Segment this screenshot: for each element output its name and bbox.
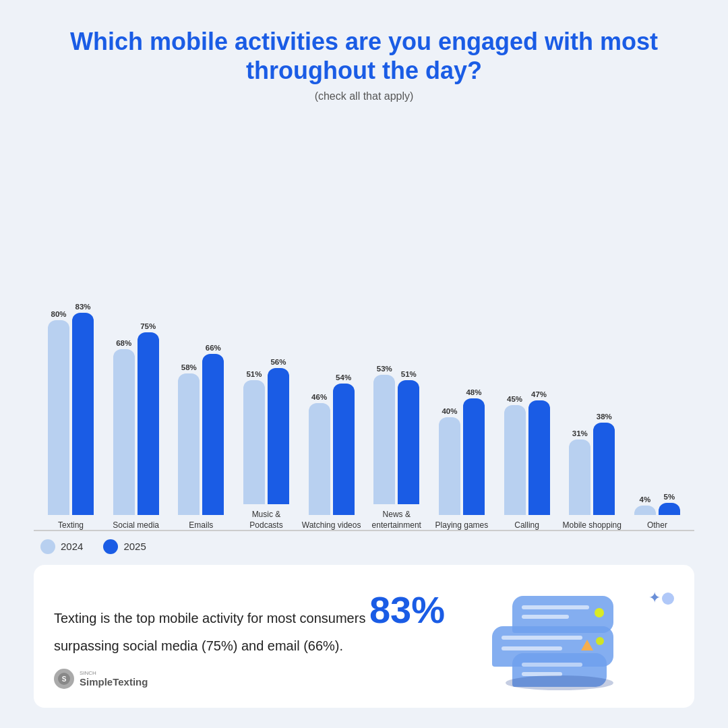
- bar-wrapper-2025-7: 47%: [528, 390, 550, 515]
- bar-group-3: 51% 56% Music & Podcasts: [236, 358, 297, 530]
- bar-wrapper-2024-3: 51%: [243, 370, 265, 504]
- bar-wrapper-2025-6: 48%: [463, 388, 485, 515]
- chart-title: Which mobile activities are you engaged …: [34, 27, 694, 85]
- bar-wrapper-2025-9: 5%: [659, 493, 680, 515]
- bar-label-2025-5: 51%: [401, 370, 417, 378]
- bars-pair-5: 53% 51%: [373, 365, 419, 504]
- bar-label-2025-3: 56%: [270, 358, 286, 366]
- bars-pair-8: 31% 38%: [569, 413, 615, 515]
- triangle: [581, 640, 593, 650]
- bar-wrapper-2024-7: 45%: [504, 395, 526, 515]
- bar-wrapper-2024-4: 46%: [309, 393, 330, 515]
- bar-wrapper-2024-6: 40%: [439, 407, 460, 515]
- circle-decoration: [662, 593, 674, 605]
- bars-pair-6: 40% 48%: [439, 388, 485, 515]
- bar-2024-5: [373, 375, 395, 504]
- bar-label-2024-0: 80%: [51, 310, 66, 318]
- bar-2025-6: [463, 398, 485, 515]
- bar-label-2025-0: 83%: [75, 303, 90, 311]
- bubble-line: [522, 605, 589, 609]
- bubble-line2: [522, 615, 569, 619]
- bar-group-6: 40% 48% Playing games: [431, 388, 492, 531]
- bar-group-0: 80% 83% Texting: [40, 303, 101, 531]
- bar-wrapper-2025-4: 54%: [333, 373, 355, 515]
- bars-pair-4: 46% 54%: [309, 373, 355, 515]
- bar-group-1: 68% 75% Social media: [106, 322, 166, 531]
- bar-2025-3: [268, 368, 289, 504]
- bar-label-2025-1: 75%: [140, 322, 156, 330]
- bar-label-2024-7: 45%: [507, 395, 522, 403]
- logo-sinch: SINCH: [80, 670, 148, 676]
- chart-area: 80% 83% Texting 68% 75% S: [34, 116, 694, 530]
- bar-label-2024-2: 58%: [181, 363, 197, 371]
- bar-2024-1: [113, 349, 135, 515]
- bar-group-9: 4% 5% Other: [627, 493, 688, 531]
- bottom-text-secondary: surpassing social media (75%) and email …: [54, 636, 472, 655]
- category-label-4: Watching videos: [302, 520, 361, 531]
- sparkle-icon: ✦: [648, 589, 661, 607]
- bottom-text: Texting is the top mobile activity for m…: [54, 584, 472, 689]
- bar-group-7: 45% 47% Calling: [497, 390, 557, 531]
- bar-label-2024-3: 51%: [246, 370, 262, 378]
- bar-2025-5: [398, 380, 419, 504]
- bar-wrapper-2024-8: 31%: [569, 429, 590, 515]
- bars-pair-0: 80% 83%: [48, 303, 94, 515]
- bottom-text-main: Texting is the top mobile activity for m…: [54, 611, 365, 626]
- bar-wrapper-2025-3: 56%: [268, 358, 289, 504]
- big-percent: 83%: [369, 588, 445, 631]
- bars-container: 80% 83% Texting 68% 75% S: [34, 116, 694, 530]
- bar-label-2025-6: 48%: [466, 388, 481, 396]
- bars-pair-7: 45% 47%: [504, 390, 550, 515]
- legend-label-2025: 2025: [123, 541, 146, 552]
- bar-group-4: 46% 54% Watching videos: [301, 373, 362, 531]
- legend-dot-2024: [40, 539, 55, 554]
- category-label-9: Other: [647, 520, 667, 531]
- category-label-2: Emails: [189, 520, 213, 531]
- logo-text: SINCH SimpleTexting: [80, 670, 148, 688]
- category-label-8: Mobile shopping: [563, 520, 621, 531]
- bar-group-5: 53% 51% News & entertainment: [366, 365, 427, 530]
- bar-label-2024-1: 68%: [116, 339, 131, 347]
- bubble-line3: [502, 636, 582, 640]
- bar-2024-6: [439, 417, 460, 515]
- dot-yellow: [595, 608, 604, 617]
- bar-2024-4: [309, 403, 330, 515]
- bar-wrapper-2025-2: 66%: [202, 344, 224, 515]
- bar-label-2025-8: 38%: [597, 413, 612, 421]
- bubble-line5: [522, 663, 582, 667]
- bar-2024-3: [243, 380, 265, 504]
- category-label-0: Texting: [58, 520, 84, 531]
- bar-group-8: 31% 38% Mobile shopping: [562, 413, 622, 531]
- legend: 2024 2025: [34, 531, 694, 562]
- bar-wrapper-2025-8: 38%: [593, 413, 615, 515]
- bar-2025-2: [202, 354, 224, 515]
- chart-subtitle: (check all that apply): [34, 90, 694, 102]
- logo-area: S SINCH SimpleTexting: [54, 669, 472, 689]
- bar-label-2025-2: 66%: [206, 344, 221, 352]
- category-label-5: News & entertainment: [366, 510, 427, 530]
- bar-label-2024-6: 40%: [442, 407, 457, 415]
- bottom-section: Texting is the top mobile activity for m…: [34, 565, 694, 708]
- category-label-6: Playing games: [435, 520, 489, 531]
- illustration: ✦: [472, 589, 674, 684]
- legend-2024: 2024: [40, 539, 83, 554]
- bar-label-2025-9: 5%: [664, 493, 675, 501]
- bar-2025-8: [593, 423, 615, 515]
- bar-2025-4: [333, 384, 355, 515]
- legend-label-2024: 2024: [61, 541, 83, 552]
- bar-label-2025-7: 47%: [531, 390, 547, 398]
- bar-wrapper-2025-5: 51%: [398, 370, 419, 504]
- bar-2024-7: [504, 405, 526, 515]
- bar-wrapper-2024-2: 58%: [178, 363, 200, 515]
- bubble-line4: [502, 646, 562, 650]
- bar-2025-7: [528, 400, 550, 515]
- bar-label-2025-4: 54%: [336, 373, 351, 382]
- bar-wrapper-2024-5: 53%: [373, 365, 395, 504]
- bar-2024-8: [569, 439, 590, 515]
- bar-wrapper-2025-1: 75%: [138, 322, 159, 515]
- bar-wrapper-2024-0: 80%: [48, 310, 69, 515]
- bar-2025-0: [72, 313, 94, 515]
- bar-label-2024-4: 46%: [311, 393, 327, 401]
- bar-wrapper-2024-9: 4%: [634, 495, 656, 515]
- bars-pair-1: 68% 75%: [113, 322, 159, 515]
